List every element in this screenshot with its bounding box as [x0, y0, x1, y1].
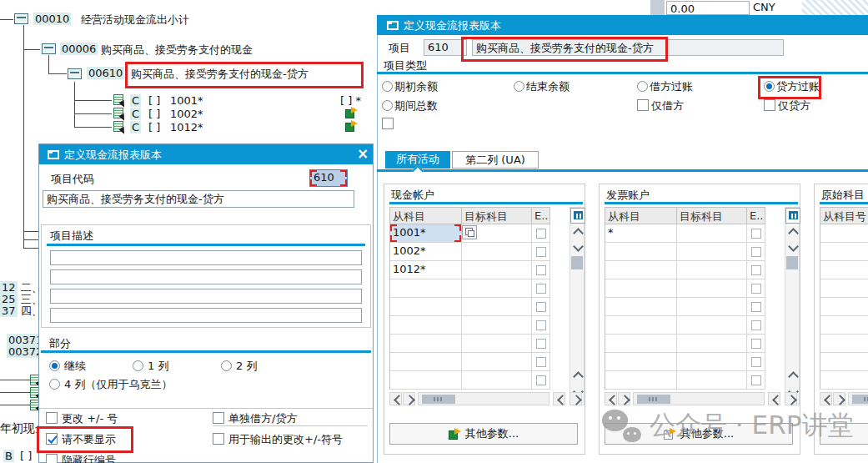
scrollbar-thumb[interactable]: [637, 395, 670, 404]
column-header[interactable]: 从科目号: [820, 208, 868, 224]
radio-2-columns[interactable]: [221, 360, 232, 371]
scrollbar-thumb[interactable]: [422, 395, 455, 404]
leaf-value[interactable]: 1012*: [170, 121, 203, 133]
description-input-4[interactable]: [50, 308, 362, 323]
row-checkbox[interactable]: [751, 265, 761, 275]
row-checkbox[interactable]: [536, 357, 546, 367]
table-row[interactable]: [390, 279, 550, 298]
table-row[interactable]: [820, 298, 868, 316]
checkbox-separate-debit-credit[interactable]: [213, 412, 224, 424]
row-checkbox[interactable]: [536, 320, 546, 330]
radio-4-columns[interactable]: [49, 379, 60, 390]
scroll-down-icon[interactable]: [573, 241, 584, 252]
panel-titlebar[interactable]: 定义现金流报表版本: [377, 15, 868, 35]
table-row[interactable]: [390, 335, 550, 353]
radio-label[interactable]: 4 列（仅用于乌克兰）: [64, 377, 172, 392]
checkbox-unlabeled[interactable]: [382, 118, 394, 129]
tab-second-column-ua[interactable]: 第二列 (UA): [452, 151, 539, 169]
row-checkbox[interactable]: [751, 229, 761, 239]
tree-node-label[interactable]: 购买商品、接受劳务支付的现金: [101, 43, 253, 58]
radio-label[interactable]: 结束余额: [526, 79, 569, 94]
leaf-value[interactable]: 1001*: [170, 94, 203, 107]
table-row[interactable]: [820, 279, 868, 298]
vertical-scrollbar[interactable]: [785, 207, 800, 405]
table-row[interactable]: [605, 261, 765, 279]
radio-credit-posting[interactable]: [764, 81, 775, 92]
table-settings-icon[interactable]: [570, 208, 585, 224]
column-header[interactable]: 从科目: [605, 208, 677, 224]
description-input-1[interactable]: [50, 250, 362, 265]
row-checkbox[interactable]: [536, 247, 546, 257]
checkbox-label[interactable]: 更改 +/- 号: [62, 411, 118, 426]
checkbox-hide-row-numbers[interactable]: [46, 454, 58, 463]
execute-icon[interactable]: [345, 107, 357, 118]
row-checkbox[interactable]: [751, 375, 761, 385]
leaf-value[interactable]: 1002*: [170, 108, 203, 120]
horizontal-scrollbar[interactable]: [820, 392, 868, 405]
table-icon[interactable]: [113, 94, 123, 105]
row-checkbox[interactable]: [751, 247, 761, 257]
checkbox-label[interactable]: 用于输出的更改+/-符号: [228, 432, 343, 447]
scrollbar-thumb[interactable]: [786, 256, 798, 269]
checkbox-change-sign[interactable]: [46, 412, 58, 424]
column-header[interactable]: 目标科目: [677, 208, 747, 224]
tree-node-label[interactable]: 购买商品、接受劳务支付的现金-贷方: [131, 67, 309, 82]
table-row[interactable]: [605, 279, 765, 298]
table-row[interactable]: [605, 316, 765, 335]
close-icon[interactable]: ×: [357, 147, 369, 161]
radio-debit-posting[interactable]: [637, 81, 648, 92]
table-row[interactable]: [390, 371, 550, 390]
scroll-up-icon[interactable]: [573, 371, 584, 382]
radio-closing-balance[interactable]: [514, 81, 524, 92]
column-header[interactable]: E..: [747, 208, 765, 224]
vertical-scrollbar[interactable]: [569, 207, 585, 405]
scroll-up-icon[interactable]: [788, 228, 799, 239]
table-row[interactable]: [820, 224, 868, 243]
row-checkbox[interactable]: [751, 357, 761, 367]
row-checkbox[interactable]: [536, 339, 546, 349]
folder-icon[interactable]: [42, 43, 56, 54]
radio-continue[interactable]: [49, 360, 60, 371]
scroll-right-icon[interactable]: [571, 395, 582, 405]
radio-label[interactable]: 期初余额: [394, 79, 438, 94]
dialog-titlebar[interactable]: 定义现金流报表版本 ×: [39, 144, 373, 164]
row-checkbox[interactable]: [536, 375, 546, 385]
checkbox-label[interactable]: 仅贷方: [778, 98, 810, 113]
checkbox-label[interactable]: 仅借方: [651, 98, 684, 113]
table-row[interactable]: [820, 261, 868, 279]
radio-label[interactable]: 贷方过账: [776, 79, 820, 94]
table-row[interactable]: [390, 298, 550, 316]
scrollbar-thumb[interactable]: [852, 395, 868, 404]
description-input-2[interactable]: [50, 269, 362, 284]
folder-icon[interactable]: [68, 68, 82, 79]
radio-1-column[interactable]: [133, 360, 143, 371]
tree-node-label[interactable]: 经营活动现金流出小计: [81, 13, 189, 28]
table-row[interactable]: 1001*: [390, 224, 550, 243]
scroll-right-icon[interactable]: [620, 395, 630, 405]
table-row[interactable]: [820, 371, 868, 390]
checkbox-do-not-display[interactable]: [46, 433, 58, 445]
row-checkbox[interactable]: [751, 339, 761, 349]
table-row[interactable]: [390, 353, 550, 371]
scrollbar-thumb[interactable]: [571, 256, 583, 269]
table-row[interactable]: [605, 371, 765, 390]
other-parameters-button[interactable]: 其他参数...: [389, 423, 578, 445]
radio-label[interactable]: 期间总数: [394, 98, 438, 113]
table-icon[interactable]: [113, 108, 123, 118]
description-input-3[interactable]: [50, 289, 362, 304]
scroll-right-icon[interactable]: [404, 395, 415, 405]
table-row[interactable]: *: [605, 224, 765, 243]
row-checkbox[interactable]: [536, 265, 546, 275]
row-checkbox[interactable]: [536, 302, 546, 312]
scroll-right-icon[interactable]: [835, 395, 845, 405]
checkbox-only-credit[interactable]: [764, 99, 775, 111]
scroll-up-icon[interactable]: [788, 371, 799, 382]
row-checkbox[interactable]: [536, 284, 546, 294]
column-header[interactable]: 从科目: [390, 208, 462, 224]
item-text-input[interactable]: 购买商品、接受劳务支付的现金-贷方: [43, 190, 354, 208]
amount-field[interactable]: 0.00: [666, 1, 750, 15]
column-header[interactable]: 目标科目: [462, 208, 532, 224]
radio-label[interactable]: 借方过账: [650, 79, 693, 94]
checkbox-output-sign[interactable]: [213, 433, 224, 445]
row-checkbox[interactable]: [751, 284, 761, 294]
